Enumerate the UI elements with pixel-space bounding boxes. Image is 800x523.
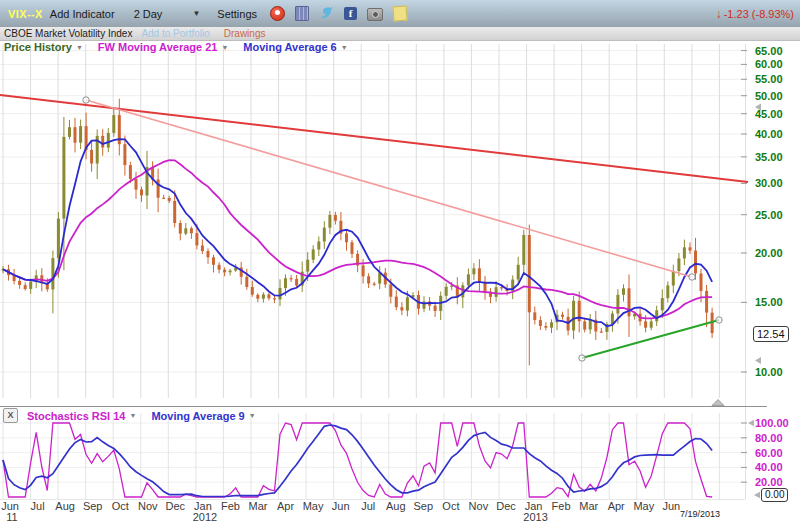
month-label: Aug [386,500,406,512]
chevron-down-icon[interactable]: ▼ [192,9,200,18]
ma9-label: Moving Average 9 [151,410,244,422]
camera-icon[interactable] [367,8,383,21]
price-history-dropdown[interactable]: Price History ▼ [4,41,83,53]
price-axis-label: 50.00 [755,90,783,102]
moving-average-6-dropdown[interactable]: Moving Average 6 ▼ [243,41,347,53]
chevron-down-icon: ▼ [249,412,256,419]
ma6-label: Moving Average 6 [243,41,336,53]
last-date-label: 7/19/2013 [680,509,720,519]
close-pane-button[interactable]: X [3,408,18,423]
year-label: 11 [6,511,17,523]
year-label: 2012 [193,511,217,523]
price-axis-label: 15.00 [755,296,783,308]
price-axis-label: 40.00 [755,128,783,140]
moving-average-9-dropdown[interactable]: Moving Average 9 ▼ [151,410,255,422]
month-label: May [633,500,654,512]
twitter-icon[interactable] [319,6,334,21]
price-pane-header: Price History ▼ FW Moving Average 21 ▼ M… [4,41,363,53]
chevron-down-icon: ▼ [76,44,83,51]
stoch-rsi-label: Stochastics RSI 14 [27,410,125,422]
stoch-axis-label: 20.00 [755,476,783,488]
fw-ma21-label: FW Moving Average 21 [98,41,218,53]
axis-marker-low [755,357,761,364]
trendline-anchor [716,317,722,323]
stoch-axis-label: 80.00 [755,432,783,444]
settings-button[interactable]: Settings [217,8,257,20]
month-label: Nov [138,500,158,512]
camera-lens [372,11,379,18]
month-label: Dec [496,500,516,512]
month-label: Mar [579,500,598,512]
price-axis-label: 25.00 [755,209,783,221]
trendline-anchor [579,355,585,361]
month-label: Aug [55,500,75,512]
price-axis-label: 35.00 [755,151,783,163]
stoch-rsi-line [3,423,712,497]
price-axis-label: 65.00 [755,45,783,57]
change-indicator: ↓ -1.23 (-8.93%) [716,7,794,21]
month-label: Feb [221,500,240,512]
chevron-down-icon: ▼ [221,44,228,51]
price-axis-label: 55.00 [755,73,783,85]
down-arrow-icon: ↓ [716,7,722,21]
price-axis-label: 30.00 [755,177,783,189]
month-label: Sep [83,500,103,512]
fw-moving-average-21-dropdown[interactable]: FW Moving Average 21 ▼ [98,41,229,53]
price-axis-label: 10.00 [755,366,783,378]
month-label: Jun [332,500,350,512]
price-axis-label: 60.00 [755,58,783,70]
month-label: Apr [277,500,294,512]
stoch-pane-header: X Stochastics RSI 14 ▼ Moving Average 9 … [3,408,271,423]
main-toolbar: VIX--X Add Indicator 2 Day ▼ Settings f … [0,0,800,28]
chart-canvas[interactable]: 65.0060.0055.0050.0045.0040.0035.0030.00… [0,0,800,523]
axis-marker-stoch-current [754,492,760,498]
chevron-down-icon: ▼ [129,412,136,419]
toolbar-icons: f [270,6,407,21]
notes-icon[interactable] [393,6,408,22]
pane-splitter-handle [712,400,724,406]
alert-dot [275,10,280,15]
stoch-value-badge: 0.00 [761,488,788,502]
month-label: Nov [469,500,489,512]
chevron-down-icon: ▼ [341,44,348,51]
symbol-label[interactable]: VIX--X [8,8,43,20]
month-label: Sep [414,500,434,512]
add-indicator-button[interactable]: Add Indicator [50,8,115,20]
month-label: Mar [249,500,268,512]
month-label: Jun [662,500,680,512]
period-dropdown[interactable]: 2 Day [134,8,163,20]
change-value: -1.23 (-8.93%) [724,8,794,20]
price-history-label: Price History [4,41,72,53]
year-label: 2013 [523,511,547,523]
price-axis-label: 45.00 [755,108,783,120]
month-label: Apr [608,500,625,512]
stoch-axis-label: 100.00 [755,417,789,429]
stoch-axis-label: 60.00 [755,447,783,459]
trendline-anchor [689,274,695,280]
alerts-icon[interactable] [270,6,285,21]
index-full-name: CBOE Market Volatility Index [4,28,132,39]
ma6-line [3,139,712,326]
month-label: Jul [31,500,45,512]
month-label: Feb [552,500,571,512]
stoch-axis-label: 40.00 [755,461,783,473]
facebook-icon[interactable]: f [344,7,357,20]
stochastics-rsi-dropdown[interactable]: Stochastics RSI 14 ▼ [27,410,136,422]
library-icon[interactable] [295,6,309,21]
month-label: May [303,500,324,512]
axis-marker-stoch-high [748,420,754,426]
price-axis-label: 20.00 [755,247,783,259]
month-label: Oct [442,500,459,512]
month-label: Jul [361,500,375,512]
month-label: Oct [112,500,129,512]
drawings-link[interactable]: Drawings [224,28,266,39]
symbol-subbar: CBOE Market Volatility Index Add to Port… [0,27,800,41]
month-label: Dec [166,500,186,512]
add-to-portfolio-link[interactable]: Add to Portfolio [141,28,209,39]
last-price-badge: 12.54 [753,326,789,342]
trendline-anchor [83,97,89,103]
